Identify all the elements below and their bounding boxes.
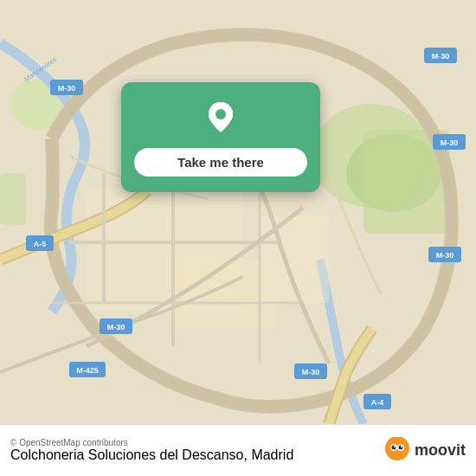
svg-point-34	[398, 445, 402, 449]
bottom-info-bar: © OpenStreetMap contributors Colchoneria…	[0, 424, 476, 476]
location-info: © OpenStreetMap contributors Colchoneria…	[10, 438, 293, 463]
svg-text:M-30: M-30	[441, 138, 459, 147]
svg-text:M-30: M-30	[436, 251, 454, 260]
svg-point-29	[215, 109, 226, 119]
svg-text:M-425: M-425	[76, 366, 99, 375]
svg-text:M-30: M-30	[432, 52, 450, 61]
svg-text:M-30: M-30	[107, 323, 125, 331]
svg-rect-3	[0, 173, 26, 225]
svg-point-33	[391, 445, 396, 449]
svg-text:M-30: M-30	[302, 368, 320, 376]
location-details: Colchoneria Soluciones del Descanso, Mad…	[10, 447, 293, 463]
svg-text:A-4: A-4	[371, 398, 384, 407]
moovit-logo: moovit	[383, 437, 466, 465]
moovit-label: moovit	[415, 441, 466, 460]
osm-attribution: © OpenStreetMap contributors	[10, 438, 293, 447]
map-container: M-30 M-30 M-30 M-30 M-30 M-30 A-5 M-425 …	[0, 0, 476, 424]
location-pin-icon	[202, 100, 240, 138]
moovit-icon	[383, 437, 411, 465]
svg-text:M-30: M-30	[58, 84, 76, 93]
location-name: Colchoneria Soluciones del Descanso,	[10, 447, 248, 462]
map-background: M-30 M-30 M-30 M-30 M-30 M-30 A-5 M-425 …	[0, 0, 476, 424]
svg-text:A-5: A-5	[34, 240, 47, 248]
svg-point-35	[394, 446, 396, 447]
take-me-there-button[interactable]: Take me there	[134, 148, 307, 177]
navigation-card: Take me there	[121, 82, 320, 192]
svg-point-36	[401, 446, 402, 447]
location-city: Madrid	[251, 447, 293, 462]
